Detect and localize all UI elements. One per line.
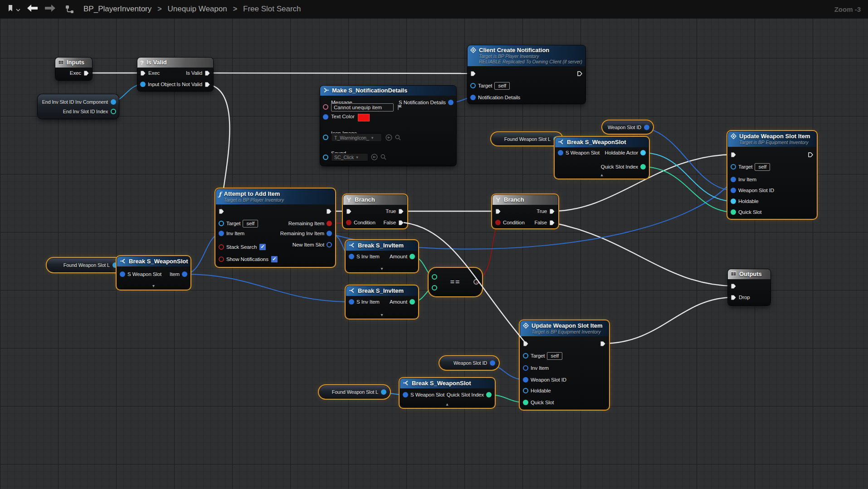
weapon-slot-id-var-bottom[interactable]: Weapon Slot ID: [440, 357, 498, 369]
target-self-field[interactable]: self: [547, 352, 562, 360]
data-pin[interactable]: [327, 242, 332, 247]
break-inv-item-2[interactable]: Break S_InvItemS Inv ItemAmount▾: [346, 286, 418, 318]
asset-dropdown[interactable]: T_WarningIcon_▾: [331, 133, 382, 142]
update-weapon-slot-item-bottom[interactable]: Update Weapon Slot ItemTarget is BP Equi…: [520, 321, 609, 409]
exec-pin[interactable]: [549, 208, 555, 214]
data-pin[interactable]: [323, 114, 328, 120]
found-weapon-slot-top[interactable]: Found Weapon Slot L: [492, 133, 562, 145]
exec-pin[interactable]: [326, 208, 332, 214]
found-weapon-slot-left[interactable]: Found Weapon Slot L: [47, 258, 121, 272]
breadcrumb-item[interactable]: BP_PlayerInventory: [83, 5, 151, 14]
exec-pin[interactable]: [140, 70, 146, 76]
branch-node-2[interactable]: BranchConditionTrueFalse: [493, 195, 558, 228]
data-pin[interactable]: [349, 299, 354, 305]
data-pin[interactable]: [644, 125, 649, 130]
break-weapon-slot-top[interactable]: Break S_WeaponSlotS Weapon SlotHoldable …: [555, 137, 649, 178]
data-pin[interactable]: [490, 360, 495, 366]
graph-canvas[interactable]: InputsExec?Is ValidExecInput ObjectIs Va…: [0, 0, 868, 489]
back-button[interactable]: [27, 5, 38, 14]
exec-pin[interactable]: [731, 152, 736, 158]
asset-dropdown[interactable]: SC_Click▾: [331, 153, 368, 161]
text-input[interactable]: Cannot unequip item: [331, 103, 394, 111]
attempt-to-add-item-node[interactable]: ƒAttempt to Add ItemTarget is BP Player …: [216, 189, 335, 266]
data-pin[interactable]: [219, 257, 224, 262]
data-pin[interactable]: [323, 155, 328, 160]
data-pin[interactable]: [432, 274, 437, 280]
data-pin[interactable]: [381, 389, 386, 395]
data-pin[interactable]: [640, 164, 646, 169]
exec-pin[interactable]: [83, 70, 89, 76]
exec-pin[interactable]: [398, 208, 404, 214]
checkbox[interactable]: ✓: [271, 256, 278, 263]
data-pin[interactable]: [470, 83, 476, 88]
chevron-down-icon[interactable]: ▾: [346, 266, 418, 271]
data-pin[interactable]: [410, 299, 415, 305]
break-inv-item-1[interactable]: Break S_InvItemS Inv ItemAmount▾: [346, 241, 418, 272]
data-pin[interactable]: [323, 104, 328, 110]
exec-pin[interactable]: [346, 208, 352, 214]
data-pin[interactable]: [640, 150, 646, 155]
use-selected-icon[interactable]: [385, 134, 392, 143]
data-pin[interactable]: [410, 254, 415, 259]
data-pin[interactable]: [495, 220, 501, 225]
data-pin[interactable]: [219, 231, 224, 236]
exec-pin[interactable]: [600, 341, 606, 347]
chevron-up-icon[interactable]: ▴: [400, 402, 494, 407]
search-icon[interactable]: [395, 134, 401, 143]
data-pin[interactable]: [346, 220, 351, 225]
update-weapon-slot-item-right[interactable]: Update Weapon Slot ItemTarget is BP Equi…: [728, 131, 816, 218]
exec-pin[interactable]: [731, 295, 736, 300]
data-pin[interactable]: [403, 392, 408, 397]
checkbox[interactable]: ✓: [259, 243, 266, 251]
data-pin[interactable]: [219, 244, 224, 250]
data-pin[interactable]: [523, 400, 528, 405]
outputs-node[interactable]: OutputsDrop: [728, 269, 770, 305]
data-pin[interactable]: [523, 353, 528, 358]
data-pin[interactable]: [448, 100, 454, 105]
exec-pin[interactable]: [219, 208, 224, 214]
data-pin[interactable]: [120, 271, 125, 277]
break-weapon-slot-bottom[interactable]: Break S_WeaponSlotS Weapon SlotQuick Slo…: [400, 378, 494, 407]
end-inv-slot-node[interactable]: End Inv Slot ID Inv ComponentEnd Inv Slo…: [38, 94, 119, 119]
client-create-notification-node[interactable]: Client Create NotificationTarget is BP P…: [468, 45, 585, 104]
found-weapon-slot-bottom[interactable]: Found Weapon Slot L: [319, 386, 390, 398]
data-pin[interactable]: [140, 82, 146, 87]
branch-node-1[interactable]: BranchConditionTrueFalse: [343, 195, 407, 228]
data-pin[interactable]: [523, 365, 528, 371]
target-self-field[interactable]: self: [494, 82, 510, 90]
data-pin[interactable]: [111, 99, 116, 105]
chevron-up-icon[interactable]: ▴: [555, 172, 649, 178]
data-pin[interactable]: [470, 95, 476, 100]
data-pin[interactable]: [111, 109, 116, 114]
chevron-down-icon[interactable]: ▾: [117, 283, 190, 289]
data-pin[interactable]: [558, 150, 563, 155]
break-weapon-slot-left[interactable]: Break S_WeaponSlotS Weapon SlotItem▾: [117, 257, 190, 289]
data-pin[interactable]: [473, 279, 479, 285]
weapon-slot-id-var-top[interactable]: Weapon Slot ID: [603, 121, 653, 133]
data-pin[interactable]: [349, 254, 354, 259]
exec-pin[interactable]: [523, 341, 529, 347]
data-pin[interactable]: [731, 199, 736, 204]
data-pin[interactable]: [327, 231, 332, 236]
search-icon[interactable]: [380, 154, 387, 162]
target-self-field[interactable]: self: [243, 220, 258, 228]
exec-pin[interactable]: [731, 283, 736, 289]
equals-node[interactable]: ==: [429, 268, 482, 296]
exec-pin[interactable]: [577, 71, 583, 77]
exec-pin[interactable]: [808, 152, 814, 158]
data-pin[interactable]: [219, 221, 224, 226]
bookmark-button[interactable]: [7, 5, 20, 14]
data-pin[interactable]: [432, 285, 437, 290]
data-pin[interactable]: [182, 271, 187, 277]
is-valid-node[interactable]: ?Is ValidExecInput ObjectIs ValidIs Not …: [137, 58, 213, 91]
data-pin[interactable]: [731, 177, 736, 182]
data-pin[interactable]: [486, 392, 492, 397]
data-pin[interactable]: [731, 164, 736, 169]
data-pin[interactable]: [323, 135, 328, 140]
target-self-field[interactable]: self: [755, 163, 770, 171]
make-notification-details-node[interactable]: Make S_NotificationDetailsS Notification…: [320, 86, 456, 166]
breadcrumb-item[interactable]: Free Slot Search: [243, 5, 301, 14]
exec-pin[interactable]: [549, 220, 555, 226]
inputs-node[interactable]: InputsExec: [55, 58, 92, 80]
exec-pin[interactable]: [398, 220, 404, 226]
